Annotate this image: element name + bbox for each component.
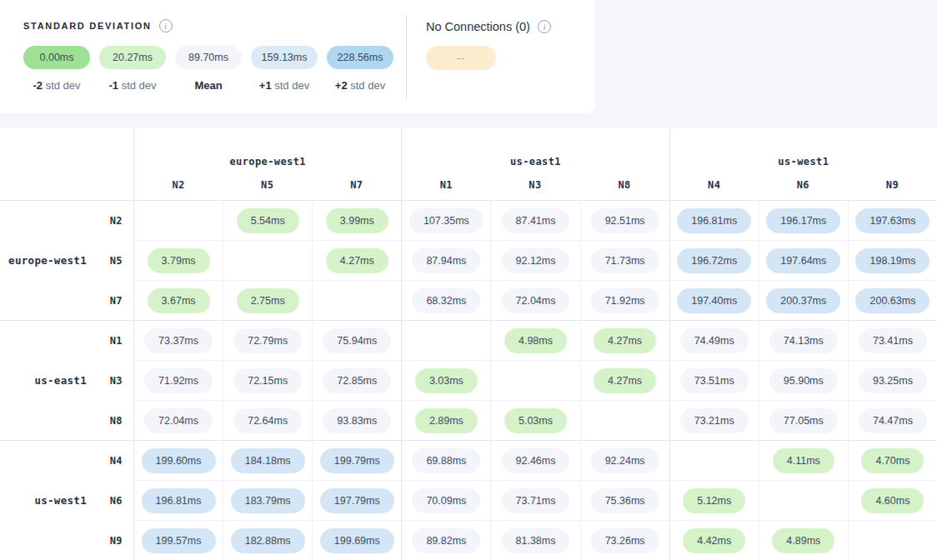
latency-pill[interactable]: 71.73ms bbox=[591, 248, 659, 273]
latency-pill[interactable]: 5.54ms bbox=[237, 208, 299, 233]
latency-pill[interactable]: 197.79ms bbox=[320, 488, 394, 513]
latency-pill[interactable]: 3.79ms bbox=[148, 248, 210, 273]
latency-cell[interactable]: 107.35ms bbox=[401, 201, 490, 241]
latency-pill[interactable]: 92.12ms bbox=[502, 248, 570, 273]
latency-cell[interactable]: 92.46ms bbox=[490, 441, 579, 481]
latency-pill[interactable]: 87.94ms bbox=[412, 248, 480, 273]
latency-pill[interactable]: 73.21ms bbox=[680, 408, 749, 433]
latency-pill[interactable]: 107.35ms bbox=[409, 208, 484, 233]
latency-pill[interactable]: 5.12ms bbox=[683, 488, 745, 513]
latency-cell[interactable]: 4.70ms bbox=[848, 441, 937, 481]
latency-cell[interactable]: 72.15ms bbox=[223, 361, 312, 401]
latency-cell[interactable]: 183.79ms bbox=[223, 481, 312, 521]
latency-pill[interactable]: 75.36ms bbox=[591, 488, 659, 513]
latency-cell[interactable]: 5.12ms bbox=[669, 481, 759, 521]
latency-pill[interactable]: 200.37ms bbox=[766, 288, 840, 313]
latency-cell[interactable]: 199.57ms bbox=[133, 521, 223, 560]
latency-pill[interactable]: 95.90ms bbox=[769, 368, 838, 393]
latency-cell[interactable]: 3.99ms bbox=[312, 201, 401, 241]
latency-pill[interactable]: 74.47ms bbox=[859, 408, 927, 433]
latency-pill[interactable]: 182.88ms bbox=[231, 528, 305, 553]
latency-pill[interactable]: 4.98ms bbox=[504, 328, 567, 353]
latency-pill[interactable]: 89.82ms bbox=[412, 528, 480, 553]
latency-pill[interactable]: 72.64ms bbox=[233, 408, 302, 433]
latency-cell[interactable]: 87.94ms bbox=[401, 241, 490, 281]
latency-cell[interactable]: 72.85ms bbox=[312, 361, 401, 401]
latency-pill[interactable]: 72.85ms bbox=[323, 368, 391, 393]
latency-cell[interactable]: 2.75ms bbox=[223, 281, 312, 321]
latency-cell[interactable]: 4.60ms bbox=[848, 481, 937, 521]
latency-pill[interactable]: 87.41ms bbox=[502, 208, 570, 233]
latency-cell[interactable]: 199.79ms bbox=[312, 441, 401, 481]
latency-pill[interactable]: 3.99ms bbox=[326, 208, 388, 233]
latency-cell[interactable]: 73.21ms bbox=[669, 401, 759, 441]
latency-pill[interactable]: 72.04ms bbox=[502, 288, 570, 313]
latency-pill[interactable]: 72.79ms bbox=[233, 328, 302, 353]
latency-pill[interactable]: 69.88ms bbox=[412, 448, 480, 473]
latency-pill[interactable]: 4.89ms bbox=[772, 528, 834, 553]
latency-pill[interactable]: 74.49ms bbox=[680, 328, 749, 353]
latency-pill[interactable]: 196.72ms bbox=[677, 248, 751, 273]
latency-pill[interactable]: 4.27ms bbox=[594, 328, 656, 353]
latency-cell[interactable]: 197.63ms bbox=[848, 201, 937, 241]
latency-cell[interactable]: 196.72ms bbox=[669, 241, 759, 281]
latency-cell[interactable]: 77.05ms bbox=[759, 401, 848, 441]
latency-pill[interactable]: 199.69ms bbox=[320, 528, 394, 553]
latency-cell[interactable]: 72.64ms bbox=[223, 401, 312, 441]
latency-cell[interactable]: 196.81ms bbox=[669, 201, 759, 241]
latency-cell[interactable]: 4.98ms bbox=[490, 321, 579, 361]
latency-pill[interactable]: 3.03ms bbox=[415, 368, 478, 393]
latency-pill[interactable]: 71.92ms bbox=[591, 288, 659, 313]
latency-cell[interactable]: 75.36ms bbox=[580, 481, 669, 521]
latency-pill[interactable]: 68.32ms bbox=[412, 288, 480, 313]
latency-pill[interactable]: 2.75ms bbox=[237, 288, 299, 313]
latency-cell[interactable]: 68.32ms bbox=[401, 281, 490, 321]
latency-cell[interactable]: 73.51ms bbox=[669, 361, 759, 401]
latency-pill[interactable]: 5.03ms bbox=[504, 408, 567, 433]
latency-pill[interactable]: 4.42ms bbox=[683, 528, 745, 553]
latency-pill[interactable]: 4.27ms bbox=[594, 368, 656, 393]
latency-cell[interactable]: 3.79ms bbox=[133, 241, 223, 281]
latency-pill[interactable]: 74.13ms bbox=[769, 328, 838, 353]
latency-cell[interactable]: 2.89ms bbox=[401, 401, 490, 441]
latency-pill[interactable]: 92.24ms bbox=[591, 448, 659, 473]
latency-pill[interactable]: 73.26ms bbox=[591, 528, 659, 553]
latency-cell[interactable]: 200.63ms bbox=[848, 281, 937, 321]
latency-pill[interactable]: 92.46ms bbox=[502, 448, 570, 473]
latency-pill[interactable]: 200.63ms bbox=[855, 288, 929, 313]
latency-cell[interactable]: 199.60ms bbox=[133, 441, 223, 481]
latency-cell[interactable]: 198.19ms bbox=[848, 241, 937, 281]
latency-cell[interactable]: 92.12ms bbox=[490, 241, 579, 281]
latency-cell[interactable]: 75.94ms bbox=[312, 321, 401, 361]
latency-pill[interactable]: 197.63ms bbox=[855, 208, 929, 233]
latency-cell[interactable]: 70.09ms bbox=[401, 481, 490, 521]
latency-cell[interactable]: 4.27ms bbox=[580, 321, 669, 361]
latency-pill[interactable]: 72.15ms bbox=[233, 368, 302, 393]
latency-cell[interactable]: 73.71ms bbox=[490, 481, 579, 521]
latency-cell[interactable]: 73.26ms bbox=[580, 521, 669, 560]
info-icon[interactable]: i bbox=[159, 19, 173, 32]
latency-pill[interactable]: 196.81ms bbox=[677, 208, 751, 233]
latency-cell[interactable]: 184.18ms bbox=[223, 441, 312, 481]
latency-cell[interactable]: 4.42ms bbox=[669, 521, 759, 560]
latency-cell[interactable]: 69.88ms bbox=[401, 441, 490, 481]
latency-cell[interactable]: 182.88ms bbox=[223, 521, 312, 560]
latency-cell[interactable]: 74.47ms bbox=[848, 401, 937, 441]
latency-cell[interactable]: 3.67ms bbox=[133, 281, 223, 321]
latency-cell[interactable]: 89.82ms bbox=[401, 521, 490, 560]
latency-pill[interactable]: 73.71ms bbox=[502, 488, 570, 513]
latency-cell[interactable]: 4.89ms bbox=[759, 521, 848, 560]
latency-cell[interactable]: 5.54ms bbox=[223, 201, 312, 241]
latency-pill[interactable]: 2.89ms bbox=[415, 408, 478, 433]
latency-cell[interactable]: 5.03ms bbox=[490, 401, 579, 441]
latency-cell[interactable]: 71.92ms bbox=[133, 361, 223, 401]
latency-pill[interactable]: 196.81ms bbox=[142, 488, 216, 513]
latency-pill[interactable]: 81.38ms bbox=[502, 528, 570, 553]
latency-pill[interactable]: 4.11ms bbox=[773, 448, 834, 473]
latency-pill[interactable]: 4.27ms bbox=[326, 248, 388, 273]
latency-pill[interactable]: 199.57ms bbox=[142, 528, 216, 553]
latency-pill[interactable]: 199.60ms bbox=[142, 448, 216, 473]
latency-pill[interactable]: 184.18ms bbox=[231, 448, 305, 473]
latency-cell[interactable]: 74.13ms bbox=[759, 321, 848, 361]
latency-cell[interactable]: 71.92ms bbox=[580, 281, 669, 321]
